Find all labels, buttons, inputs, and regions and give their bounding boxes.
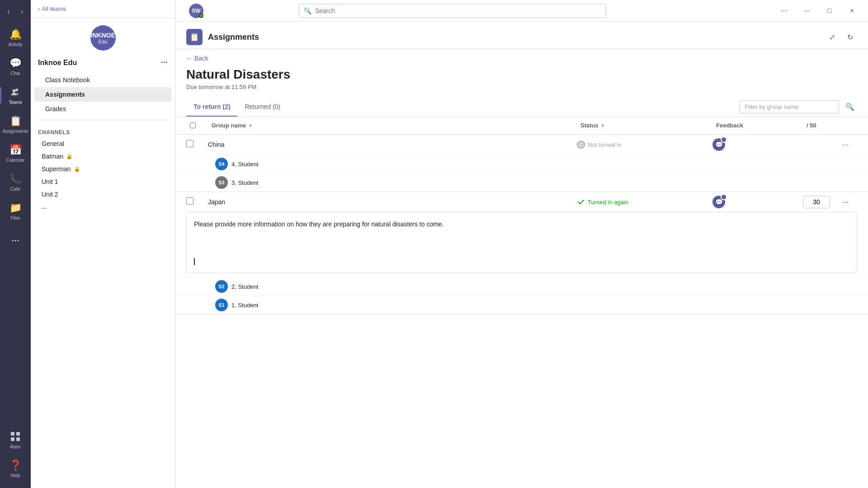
col-header-score: / 50 [803, 120, 839, 131]
tab-returned[interactable]: Returned (0) [237, 98, 288, 117]
sidebar-item-more[interactable]: ··· [0, 230, 31, 253]
col-header-group-name: Group name ▼ [208, 120, 577, 131]
batman-lock-icon: 🔒 [66, 153, 73, 160]
more-options-button[interactable]: ··· [777, 4, 791, 18]
sidebar-nav-grades[interactable]: Grades [34, 102, 171, 116]
refresh-button[interactable]: ↻ [843, 30, 857, 44]
japan-feedback-popup: Please provide more information on how t… [186, 212, 857, 273]
sidebar-item-chat[interactable]: 💬 Chat [0, 52, 31, 80]
sidebar-item-calendar[interactable]: 📅 Calendar [0, 139, 31, 167]
all-teams-back-button[interactable]: ‹ All teams [38, 5, 66, 12]
tab-to-return[interactable]: To return (2) [186, 98, 237, 117]
col-header-checkbox [186, 120, 208, 131]
sidebar-nav-assignments[interactable]: Assignments [34, 87, 171, 102]
col-header-feedback: Feedback [712, 120, 803, 131]
titlebar: SW 🔍 ··· — ☐ ✕ [175, 0, 868, 22]
filter-search-button[interactable]: 🔍 [843, 100, 857, 114]
sidebar-item-assignments[interactable]: 📋 Assignments [0, 110, 31, 138]
sidebar-item-activity[interactable]: 🔔 Activity [0, 23, 31, 52]
japan-feedback-badge [721, 194, 727, 200]
apps-icon [9, 430, 22, 443]
content-area: 📋 Assignments ⤢ ↻ ← Back Natural Disaste… [175, 22, 868, 488]
japan-feedback-button[interactable]: 💬 [712, 196, 725, 208]
assignments-icon: 📋 [9, 115, 22, 127]
student-4-info: S4 4, Student [208, 158, 577, 170]
student-2-info: S2 2, Student [208, 280, 577, 293]
not-turned-in-icon [577, 141, 585, 149]
chat-label: Chat [10, 71, 20, 76]
back-link[interactable]: ← Back [175, 49, 868, 67]
filter-input[interactable] [740, 100, 839, 113]
sidebar-item-calls[interactable]: 📞 Calls [0, 168, 31, 196]
svg-rect-3 [16, 432, 20, 436]
turned-in-checkmark-icon [577, 198, 585, 206]
teams-label: Teams [9, 100, 22, 105]
team-name-header: Inknoe Edu ··· [31, 58, 175, 67]
japan-checkbox-cell [186, 197, 208, 206]
group-name-sort-icon[interactable]: ▼ [248, 123, 253, 128]
svg-rect-4 [11, 437, 14, 441]
assignment-due: Due tomorrow at 11:59 PM [186, 84, 857, 90]
files-icon: 📁 [9, 202, 22, 214]
china-feedback-button[interactable]: 💬 [712, 138, 725, 151]
sidebar-nav-class-notebook[interactable]: Class Notebook [34, 73, 171, 87]
nav-back-button[interactable]: ‹ [4, 5, 14, 18]
japan-actions-cell: ··· [839, 196, 857, 208]
student-1-info: S1 1, Student [208, 299, 577, 311]
search-bar[interactable]: 🔍 [299, 4, 606, 18]
assignments-app-icon: 📋 [186, 29, 203, 45]
channel-unit2[interactable]: Unit 2 [31, 188, 175, 201]
sidebar-item-help[interactable]: ❓ Help [0, 455, 31, 483]
text-cursor [194, 258, 195, 265]
student-1-avatar: S1 [215, 299, 228, 311]
china-more-button[interactable]: ··· [839, 138, 852, 151]
select-all-checkbox[interactable] [190, 122, 196, 128]
sidebar-item-apps[interactable]: Apps [0, 426, 31, 454]
sidebar-item-teams[interactable]: Teams [0, 81, 31, 109]
student-1-name: 1, Student [231, 302, 258, 309]
all-teams-label: All teams [42, 5, 66, 12]
expand-button[interactable]: ⤢ [825, 30, 839, 44]
channel-superman[interactable]: Superman 🔒 [31, 163, 175, 175]
china-feedback-cell: 💬 [712, 138, 803, 151]
team-name-text: Inknoe Edu [38, 59, 77, 67]
assignment-header: Natural Disasters Due tomorrow at 11:59 … [175, 67, 868, 98]
table-row: Japan Turned in again 💬 [175, 192, 868, 314]
col-header-actions [839, 120, 857, 131]
files-label: Files [10, 216, 20, 221]
japan-feedback-textarea[interactable]: Please provide more information on how t… [194, 220, 849, 256]
table-row: China Not turned in [175, 135, 868, 192]
japan-checkbox[interactable] [186, 197, 193, 205]
japan-more-button[interactable]: ··· [839, 196, 852, 208]
china-checkbox-cell [186, 140, 208, 149]
nav-forward-button[interactable]: › [17, 5, 27, 18]
filter-area: 🔍 [740, 100, 857, 114]
china-status: Not turned in [577, 141, 621, 149]
user-avatar[interactable]: SW [189, 4, 203, 18]
japan-feedback-cell: 💬 [712, 196, 803, 208]
channel-general[interactable]: General [31, 137, 175, 150]
student-row: S1 1, Student [175, 296, 868, 314]
search-input[interactable] [315, 7, 601, 14]
japan-group-name: Japan [208, 198, 577, 206]
student-3-avatar: S3 [215, 176, 228, 189]
channel-unit1[interactable]: Unit 1 [31, 175, 175, 188]
japan-score-input[interactable] [803, 196, 830, 208]
status-sort-icon[interactable]: ▼ [600, 123, 605, 128]
sidebar-header: ‹ All teams [31, 0, 175, 18]
maximize-button[interactable]: ☐ [819, 4, 840, 18]
china-feedback-badge [721, 136, 727, 143]
svg-point-1 [13, 89, 16, 93]
china-checkbox[interactable] [186, 140, 193, 147]
channel-general-label: General [42, 140, 64, 147]
team-more-button[interactable]: ··· [161, 58, 168, 67]
china-status-cell: Not turned in [577, 141, 712, 149]
channel-batman[interactable]: Batman 🔒 [31, 150, 175, 163]
student-2-name: 2, Student [231, 283, 258, 290]
sidebar-more-button[interactable]: ··· [31, 201, 175, 215]
minimize-button[interactable]: — [797, 4, 817, 18]
sidebar-item-files[interactable]: 📁 Files [0, 197, 31, 225]
china-actions-cell: ··· [839, 138, 857, 151]
student-4-name: 4, Student [231, 161, 258, 168]
close-button[interactable]: ✕ [842, 4, 863, 18]
